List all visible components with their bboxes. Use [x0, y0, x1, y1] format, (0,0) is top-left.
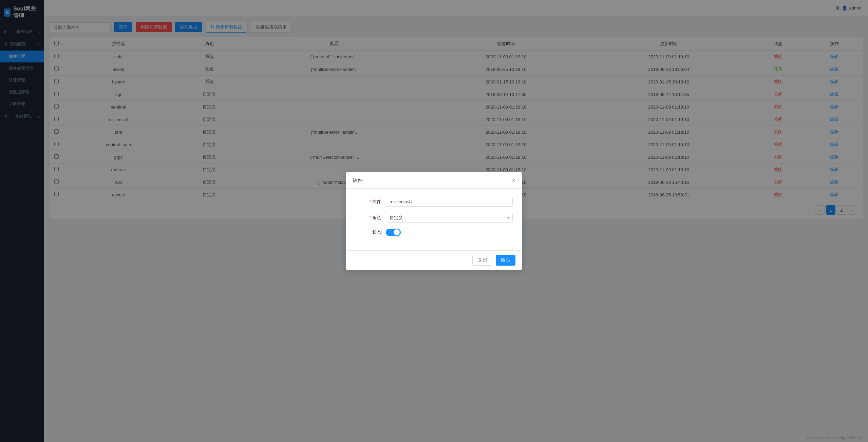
confirm-button[interactable]: 确 认	[496, 255, 515, 266]
form-row-status: 状态:	[355, 229, 513, 236]
cancel-button[interactable]: 取 消	[472, 255, 493, 266]
status-toggle[interactable]	[386, 229, 401, 236]
toggle-slider	[386, 229, 401, 236]
modal-body: 插件: 角色: 系统 自定义 状态:	[346, 189, 522, 250]
plugin-field-label: 插件:	[355, 199, 382, 205]
role-select[interactable]: 系统 自定义	[386, 213, 513, 223]
modal-overlay[interactable]: 插件 × 插件: 角色: 系统 自定义 状态:	[0, 0, 868, 442]
modal-close-button[interactable]: ×	[512, 177, 515, 184]
status-field-label: 状态:	[355, 229, 382, 235]
role-select-wrap: 系统 自定义	[386, 213, 513, 223]
plugin-name-input[interactable]	[386, 197, 513, 207]
role-field-label: 角色:	[355, 215, 382, 221]
form-row-role: 角色: 系统 自定义	[355, 213, 513, 223]
modal-header: 插件 ×	[346, 172, 522, 189]
modal-footer: 取 消 确 认	[346, 250, 522, 270]
form-row-plugin: 插件:	[355, 197, 513, 207]
modal-title: 插件	[353, 177, 363, 184]
plugin-modal: 插件 × 插件: 角色: 系统 自定义 状态:	[346, 172, 522, 270]
